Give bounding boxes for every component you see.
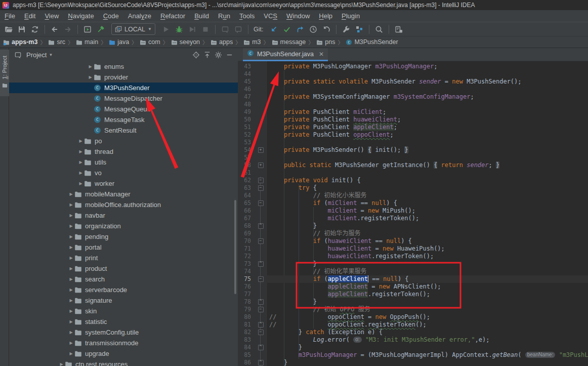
crumb-M3PushSender[interactable]: CM3PushSender: [346, 38, 398, 46]
fold-marker[interactable]: ^: [258, 223, 264, 229]
menu-navigate[interactable]: Navigate: [63, 12, 98, 20]
run-with-coverage-button[interactable]: [186, 23, 199, 35]
tree-item-ctp.rest.resources[interactable]: ▶ctp.rest.resources: [9, 359, 238, 366]
tree-item-MessageQueue[interactable]: CMessageQueue: [9, 104, 238, 114]
fold-marker[interactable]: +: [258, 147, 264, 153]
tree-item-upgrade[interactable]: ▶upgrade: [9, 348, 238, 359]
tree-item-SentResult[interactable]: CSentResult: [9, 125, 238, 136]
project-structure-button[interactable]: [353, 23, 366, 35]
expand-arrow-icon[interactable]: ▶: [58, 362, 65, 366]
tree-item-transmissionmode[interactable]: ▶transmissionmode: [9, 338, 238, 348]
code-line-46[interactable]: 46: [238, 86, 588, 93]
code-line-72[interactable]: 72 huaweiClient.registerToken();: [238, 253, 588, 260]
crumb-com[interactable]: com: [140, 38, 160, 46]
menu-plugin[interactable]: Plugin: [337, 12, 364, 20]
menu-window[interactable]: Window: [282, 12, 314, 20]
close-icon[interactable]: ✕: [319, 51, 324, 58]
fold-marker[interactable]: −: [258, 200, 264, 206]
code-line-77[interactable]: 77 appleClient.registerToken();: [238, 291, 588, 298]
tree-item-serverbarcode[interactable]: ▶serverbarcode: [9, 284, 238, 295]
vcs-merge-button[interactable]: [293, 23, 307, 35]
tree-item-provider[interactable]: ▶provider: [9, 72, 238, 83]
code-line-61[interactable]: 61: [238, 169, 588, 177]
fold-marker[interactable]: −: [258, 276, 264, 282]
code-line-63[interactable]: 63− try {: [238, 184, 588, 192]
crumb-src[interactable]: src: [48, 38, 65, 46]
expand-arrow-icon[interactable]: ▶: [68, 245, 74, 250]
project-tool-button[interactable]: 1: Project: [0, 50, 9, 96]
tab-m3pushsender[interactable]: C M3PushSender.java ✕: [243, 48, 328, 61]
tree-item-MessageTask[interactable]: CMessageTask: [9, 114, 238, 125]
code-line-54[interactable]: 54+ private M3PushSender() { init(); }: [238, 146, 588, 154]
crumb-apps[interactable]: apps: [211, 38, 233, 46]
tree-item-mobileOffice.authorization[interactable]: ▶mobileOffice.authorization: [9, 199, 238, 210]
menu-run[interactable]: Run: [214, 12, 235, 20]
stop-button[interactable]: [199, 23, 212, 35]
fold-marker[interactable]: +: [258, 162, 264, 168]
fold-marker[interactable]: ^: [258, 345, 264, 350]
code-line-47[interactable]: 47 private M3SystemConfigManager m3Syste…: [238, 93, 588, 101]
expand-arrow-icon[interactable]: ▶: [68, 351, 74, 356]
expand-arrow-icon[interactable]: ▶: [68, 213, 74, 218]
tree-item-systemConfig.utile[interactable]: ▶systemConfig.utile: [9, 327, 238, 338]
collapse-all-icon[interactable]: [201, 51, 213, 59]
tool-window-2-button[interactable]: [232, 23, 245, 35]
vcs-rollback-button[interactable]: [320, 23, 333, 35]
tree-item-product[interactable]: ▶product: [9, 263, 238, 274]
gear-icon[interactable]: [213, 51, 224, 59]
sync-settings-button[interactable]: [392, 23, 405, 35]
tree-item-po[interactable]: ▶po: [9, 136, 238, 146]
project-view-chevron-icon[interactable]: ▼: [49, 53, 53, 57]
code-line-85[interactable]: 85 m3PushLogManager = (M3PushLogManagerI…: [238, 351, 588, 359]
code-line-66[interactable]: 66 miClient = new MiPush();: [238, 207, 588, 215]
tree-item-navbar[interactable]: ▶navbar: [9, 210, 238, 221]
expand-arrow-icon[interactable]: ▶: [68, 234, 74, 239]
project-view-title[interactable]: Project: [26, 51, 47, 59]
crumb-pns[interactable]: pns: [316, 38, 335, 46]
tree-item-print[interactable]: ▶print: [9, 253, 238, 263]
code-line-71[interactable]: 71 huaweiClient = new HuaweiPush();: [238, 245, 588, 253]
menu-build[interactable]: Build: [190, 12, 214, 20]
expand-arrow-icon[interactable]: ▶: [87, 64, 94, 69]
expand-arrow-icon[interactable]: ▶: [77, 139, 84, 143]
code-line-86[interactable]: 86^ }: [238, 359, 588, 366]
code-line-83[interactable]: 83 Log.error( o: "M3: init M3pushSender …: [238, 336, 588, 344]
code-line-70[interactable]: 70− if (huaweiClient == null) {: [238, 237, 588, 245]
synchronize-button[interactable]: [28, 23, 41, 35]
expand-arrow-icon[interactable]: ▶: [68, 298, 74, 303]
expand-arrow-icon[interactable]: ▶: [68, 256, 74, 260]
tree-item-portal[interactable]: ▶portal: [9, 242, 238, 253]
code-line-64[interactable]: 64 // 初始化小米服务: [238, 192, 588, 199]
expand-arrow-icon[interactable]: ▶: [77, 181, 84, 186]
expand-arrow-icon[interactable]: ▶: [87, 75, 94, 79]
hide-panel-icon[interactable]: [224, 51, 235, 59]
crumb-message[interactable]: message: [272, 38, 306, 46]
code-line-49[interactable]: 49 private PushClient miClient;: [238, 108, 588, 116]
code-line-75[interactable]: 75− if (appleClient == null) {: [238, 275, 588, 283]
menu-code[interactable]: Code: [99, 12, 123, 20]
expand-arrow-icon[interactable]: ▶: [68, 277, 74, 281]
tree-item-worker[interactable]: ▶worker: [9, 178, 238, 189]
code-line-53[interactable]: 53: [238, 139, 588, 146]
forward-button[interactable]: [61, 23, 74, 35]
menu-tools[interactable]: Tools: [235, 12, 259, 20]
menu-file[interactable]: File: [0, 12, 20, 20]
tree-item-statistic[interactable]: ▶statistic: [9, 316, 238, 327]
expand-arrow-icon[interactable]: ▶: [68, 309, 74, 313]
expand-arrow-icon[interactable]: ▶: [68, 192, 74, 196]
tree-item-search[interactable]: ▶search: [9, 274, 238, 284]
tree-item-utils[interactable]: ▶utils: [9, 157, 238, 168]
code-line-48[interactable]: 48: [238, 101, 588, 108]
tool-window-1-button[interactable]: [219, 23, 232, 35]
locate-icon[interactable]: [190, 51, 201, 59]
menu-help[interactable]: Help: [314, 12, 337, 20]
fold-marker[interactable]: ^: [258, 299, 264, 305]
expand-arrow-icon[interactable]: ▶: [68, 202, 74, 207]
tree-item-skin[interactable]: ▶skin: [9, 306, 238, 316]
code-line-82[interactable]: 82− } catch (Exception e) {: [238, 329, 588, 336]
expand-arrow-icon[interactable]: ▶: [68, 224, 74, 228]
code-line-62[interactable]: 62− private void init() {: [238, 177, 588, 184]
fold-marker[interactable]: −: [258, 307, 264, 312]
search-everywhere-button[interactable]: [372, 23, 386, 35]
tree-item-signature[interactable]: ▶signature: [9, 295, 238, 306]
